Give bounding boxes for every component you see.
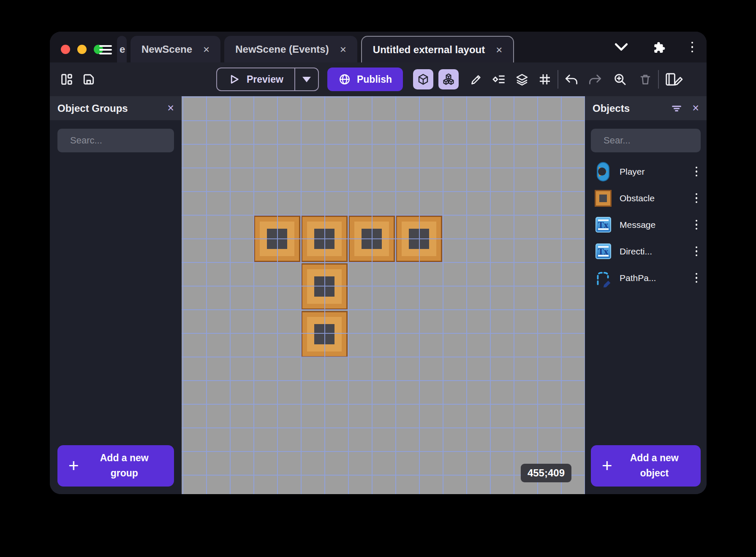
object-menu-icon[interactable]: [693, 191, 700, 206]
tab-clipped[interactable]: e: [117, 36, 127, 62]
toolbar-separator: [557, 70, 558, 89]
tab-clipped-label: e: [120, 43, 125, 55]
tab-label: Untitled external layout: [373, 44, 485, 56]
object-row-directions[interactable]: Tx Directi...: [591, 238, 704, 265]
main-content: Object Groups × + Add a new group 455;40…: [50, 96, 707, 494]
preview-button[interactable]: Preview: [216, 68, 319, 91]
add-object-button[interactable]: + Add a new object: [591, 445, 701, 487]
more-options-icon[interactable]: [689, 39, 696, 55]
objects-panel: Objects × Player: [585, 96, 707, 494]
object-groups-list: [50, 152, 182, 439]
edit-scene-icon[interactable]: [663, 71, 685, 88]
tab-newscene[interactable]: NewScene ×: [131, 36, 220, 62]
redo-icon[interactable]: [587, 71, 604, 88]
object-groups-searchbox[interactable]: [57, 129, 174, 152]
chevron-down-icon[interactable]: [613, 39, 630, 56]
tab-label: NewScene (Events): [235, 43, 329, 55]
tab-close-icon[interactable]: ×: [203, 44, 209, 55]
app-window: e NewScene × NewScene (Events) × Untitle…: [50, 32, 707, 494]
titlebar: e NewScene × NewScene (Events) × Untitle…: [50, 32, 707, 62]
project-manager-icon[interactable]: [58, 71, 75, 88]
scene-canvas[interactable]: 455;409: [182, 96, 585, 494]
objects-list: Player Obstacle Tx Message Tx Directi...: [585, 152, 707, 439]
add-group-button[interactable]: + Add a new group: [57, 445, 174, 487]
object-groups-search-input[interactable]: [70, 135, 192, 146]
objects-title: Objects: [593, 103, 670, 114]
preview-dropdown-button[interactable]: [294, 68, 318, 90]
edit-pencil-icon[interactable]: [468, 71, 485, 88]
tab-strip: e NewScene × NewScene (Events) × Untitle…: [117, 36, 514, 62]
obstacle-instance[interactable]: [301, 263, 348, 310]
undo-icon[interactable]: [563, 71, 579, 88]
obstacle-instance[interactable]: [301, 216, 348, 262]
plus-icon: +: [602, 457, 612, 475]
add-object-label: Add a new object: [623, 451, 686, 481]
publish-label: Publish: [357, 74, 392, 85]
plus-icon: +: [68, 457, 79, 475]
object-menu-icon[interactable]: [693, 164, 700, 179]
object-menu-icon[interactable]: [693, 270, 700, 286]
minimize-window-button[interactable]: [77, 45, 87, 54]
save-icon[interactable]: [80, 71, 97, 88]
cursor-coordinates-badge: 455;409: [521, 464, 571, 482]
obstacle-instance[interactable]: [301, 311, 348, 357]
path-painter-icon: [593, 269, 613, 287]
object-row-message[interactable]: Tx Message: [591, 211, 704, 238]
trash-icon[interactable]: [637, 71, 654, 88]
play-icon: [228, 73, 240, 85]
object-label: Player: [620, 167, 686, 177]
obstacle-instance[interactable]: [396, 216, 442, 262]
text-object-icon: Tx: [593, 243, 613, 259]
player-icon: [593, 162, 613, 181]
object-label: Message: [620, 220, 686, 230]
close-panel-icon[interactable]: ×: [167, 103, 174, 114]
layers-icon[interactable]: [514, 71, 530, 88]
object-groups-panel: Object Groups × + Add a new group: [50, 96, 182, 494]
text-object-icon: Tx: [593, 217, 613, 233]
objects-search-input[interactable]: [604, 135, 707, 146]
tab-newscene-events[interactable]: NewScene (Events) ×: [224, 36, 357, 62]
toolbar-separator: [658, 70, 659, 89]
object-row-pathpainter[interactable]: PathPa...: [591, 265, 704, 291]
objects-header: Objects ×: [585, 96, 707, 120]
object-menu-icon[interactable]: [693, 244, 700, 259]
extensions-puzzle-icon[interactable]: [651, 39, 668, 56]
publish-button[interactable]: Publish: [327, 68, 403, 91]
preview-label: Preview: [247, 74, 283, 85]
instances-cubes-icon[interactable]: [438, 69, 459, 89]
obstacle-instance[interactable]: [348, 216, 395, 262]
close-panel-icon[interactable]: ×: [692, 103, 699, 114]
toolbar: Preview Publish: [50, 62, 707, 96]
obstacle-icon: [593, 190, 613, 207]
add-group-label: Add a new group: [92, 451, 156, 481]
grid-icon[interactable]: [536, 71, 553, 88]
object-groups-header: Object Groups ×: [50, 96, 182, 120]
object-label: Obstacle: [620, 193, 686, 203]
object-label: PathPa...: [620, 273, 686, 283]
traffic-lights: [61, 45, 103, 54]
tab-close-icon[interactable]: ×: [496, 44, 502, 55]
tab-close-icon[interactable]: ×: [340, 44, 346, 55]
object-row-obstacle[interactable]: Obstacle: [591, 185, 704, 211]
object-groups-title: Object Groups: [57, 103, 167, 114]
obstacle-instance[interactable]: [254, 216, 300, 262]
tab-untitled-external-layout[interactable]: Untitled external layout ×: [361, 36, 514, 62]
close-window-button[interactable]: [61, 45, 70, 54]
instances-list-icon[interactable]: [491, 71, 508, 88]
caret-down-icon: [302, 77, 311, 82]
titlebar-right-actions: [613, 32, 696, 62]
object-menu-icon[interactable]: [693, 217, 700, 233]
canvas-grid: [182, 96, 585, 494]
zoom-in-icon[interactable]: [612, 71, 628, 88]
object-row-player[interactable]: Player: [591, 158, 704, 185]
tab-label: NewScene: [141, 43, 192, 55]
objects-searchbox[interactable]: [591, 129, 701, 152]
object-label: Directi...: [620, 246, 686, 257]
menu-hamburger-icon[interactable]: [99, 45, 112, 54]
globe-icon: [338, 73, 351, 86]
cube-3d-icon[interactable]: [413, 69, 433, 89]
filter-icon[interactable]: [670, 102, 683, 115]
